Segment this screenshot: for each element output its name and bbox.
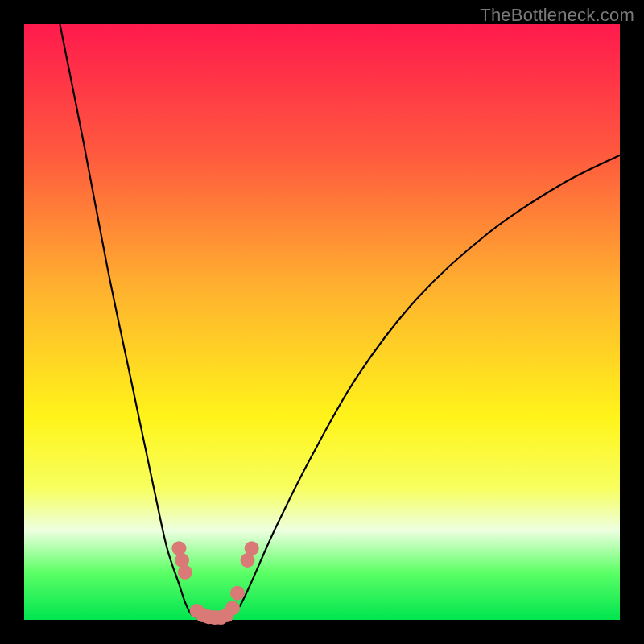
chart-frame: TheBottleneck.com xyxy=(0,0,644,644)
plot-area xyxy=(24,24,620,620)
marker-dot xyxy=(178,565,192,580)
marker-dot xyxy=(230,586,245,601)
chart-svg xyxy=(24,24,620,620)
right-curve xyxy=(227,155,620,620)
marker-dot xyxy=(245,541,259,555)
marker-dot xyxy=(225,601,240,615)
marker-dots xyxy=(171,541,258,625)
left-curve xyxy=(60,24,203,620)
watermark-text: TheBottleneck.com xyxy=(480,5,634,26)
